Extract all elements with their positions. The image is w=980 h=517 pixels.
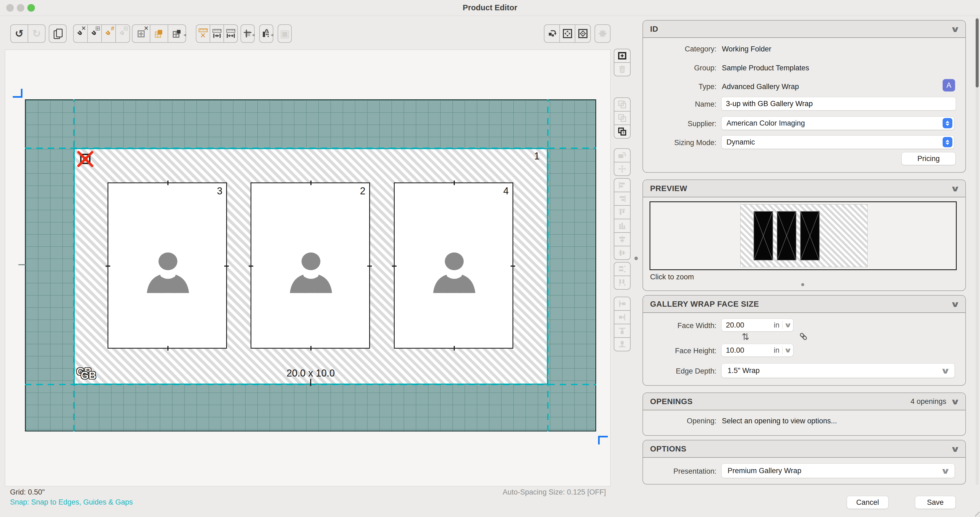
category-label: Category: [648,45,716,53]
type-label: Type: [648,82,716,91]
rotate-opening-button[interactable] [614,149,630,162]
options-section-header[interactable]: OPTIONS ∨ [643,440,966,458]
flyout-arrow-icon: ◂ [183,32,186,38]
opening-4[interactable]: 4 [394,182,513,349]
send-backward-button[interactable] [614,98,630,111]
spacing-between-button[interactable] [210,25,223,42]
lock-spacing-icon [262,29,271,38]
type-value: Advanced Gallery Wrap [722,82,799,91]
supplier-select[interactable]: American Color Imaging [721,116,954,130]
grid-remove-button[interactable]: ⊞ ✕ [132,25,150,42]
spacing-width-button[interactable] [223,25,237,42]
center-horizontal-button[interactable] [614,232,630,246]
snap-grid-button[interactable]: ⊞ [87,25,101,42]
face-height-input[interactable]: 10.00 in ∨ [721,344,793,357]
align-right-button[interactable] [614,192,630,205]
spacing-off-button[interactable]: ✕ [196,25,210,42]
x-placeholder-icon [801,212,819,260]
grid-overlap-button[interactable] [150,25,168,42]
name-label: Name: [648,100,716,109]
flyout-arrow-icon: ◂ [270,32,273,38]
opening-3[interactable]: 3 [108,182,227,349]
redo-button[interactable]: ↻ [28,25,45,42]
edge-depth-select[interactable]: 1.5" Wrap ∨ [721,363,955,378]
snap-right-button[interactable] [614,310,630,324]
cancel-button[interactable]: Cancel [847,496,888,509]
tick-mark [454,181,455,185]
snap-status[interactable]: Snap: Snap to Edges, Guides & Gaps [10,498,133,506]
id-section-header[interactable]: ID ∨ [643,21,966,38]
center-tick [310,379,311,386]
pricing-button[interactable]: Pricing [902,152,956,165]
snap-left-button[interactable] [614,297,630,310]
undo-button[interactable]: ↺ [11,25,28,42]
sizing-mode-label: Sizing Mode: [648,139,716,147]
edge-depth-label: Edge Depth: [648,367,716,376]
grid-stack-button[interactable]: ◂ [168,25,186,42]
lock-spacing-button[interactable]: ◂ [259,24,273,43]
person-silhouette-icon [140,244,196,300]
chevron-down-icon: ∨ [950,300,960,309]
ruler-spacing-icon [212,29,221,38]
swap-dimensions-button[interactable]: ⇅ [741,331,749,342]
align-bottom-button[interactable] [614,219,630,232]
guides-button[interactable]: ◂ [240,24,255,43]
presentation-select[interactable]: Premium Gallery Wrap ∨ [721,463,955,478]
snap-left-icon [618,300,627,308]
expand-arrows-icon [563,29,572,38]
opening-2[interactable]: 2 [251,182,370,349]
snap-guides-button[interactable]: # [101,25,115,42]
supplier-value: American Color Imaging [727,119,805,127]
duplicate-icon [54,29,62,38]
fit-view-button[interactable] [559,25,575,42]
openings-section-header[interactable]: OPENINGS 4 openings ∨ [643,393,966,410]
duplicate-button[interactable] [49,24,67,43]
tick-mark [392,266,396,266]
align-group [614,178,631,260]
distribute-horizontal-button[interactable] [614,276,630,289]
duplicate-opening-button[interactable]: ? [614,125,630,138]
move-opening-button[interactable] [614,162,630,175]
sizing-mode-select[interactable]: Dynamic [721,135,954,149]
center-target-button[interactable] [575,25,590,42]
name-input[interactable] [721,97,956,111]
tick-mark [167,181,169,185]
effects-button[interactable] [595,24,611,43]
wrap-size-label: 20.0 x 10.0 [283,368,338,379]
preview-image[interactable] [649,201,957,270]
burst-star-icon [598,29,608,38]
snap-bottom-button[interactable] [614,337,630,351]
preview-section-header[interactable]: PREVIEW ∨ [643,180,966,197]
tick-mark [454,346,455,350]
flyout-arrow-icon: ◂ [252,32,255,38]
link-dimensions-button[interactable] [798,331,809,342]
snap-right-icon [618,313,627,322]
align-left-button[interactable] [614,179,630,192]
add-opening-button[interactable] [614,49,630,62]
opening-row-label: Opening: [648,417,716,425]
center-vertical-button[interactable] [614,246,630,259]
snap-off-button[interactable]: ✕ [74,25,87,42]
window-resize-grip[interactable] [971,508,980,517]
ruler-width-icon [226,29,235,38]
face-width-input[interactable]: 20.00 in ∨ [721,319,793,331]
supplier-label: Supplier: [648,120,716,128]
no-image-marker-icon[interactable] [80,154,91,164]
preview-opening [777,211,796,260]
tick-mark [167,346,169,350]
save-button[interactable]: Save [915,496,956,509]
ruler-x-icon: ✕ [199,29,208,39]
delete-opening-button[interactable] [614,62,630,76]
sidebar-scrollbar-thumb[interactable] [976,18,978,87]
rotate-items-button[interactable] [544,25,559,42]
snap-top-button[interactable] [614,324,630,337]
distribute-vertical-icon [618,265,627,273]
bring-forward-button[interactable] [614,111,630,125]
align-top-button[interactable] [614,205,630,219]
snap-mode-group: ✕ ⊞ # ⊞ [73,24,130,43]
frame-button[interactable]: ▣ [278,24,292,43]
presentation-value: Premium Gallery Wrap [727,467,802,475]
distribute-vertical-button[interactable] [614,263,630,276]
face-size-section-header[interactable]: GALLERY WRAP FACE SIZE ∨ [643,296,966,313]
snap-gaps-button[interactable]: ⊞ [115,25,129,42]
